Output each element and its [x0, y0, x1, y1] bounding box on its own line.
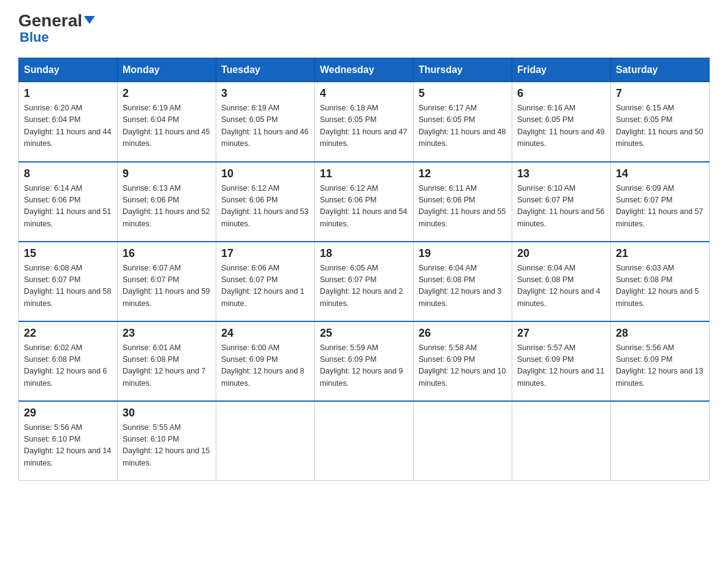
day-cell: 14 Sunrise: 6:09 AMSunset: 6:07 PMDaylig…	[611, 162, 710, 242]
day-info: Sunrise: 6:16 AMSunset: 6:05 PMDaylight:…	[517, 102, 605, 150]
day-cell: 22 Sunrise: 6:02 AMSunset: 6:08 PMDaylig…	[19, 321, 118, 401]
day-cell: 17 Sunrise: 6:06 AMSunset: 6:07 PMDaylig…	[216, 242, 315, 321]
day-info: Sunrise: 6:15 AMSunset: 6:05 PMDaylight:…	[616, 102, 704, 150]
calendar-body: 1 Sunrise: 6:20 AMSunset: 6:04 PMDayligh…	[19, 82, 710, 481]
day-number: 8	[24, 167, 112, 180]
day-number: 6	[517, 87, 605, 100]
day-number: 26	[419, 327, 507, 340]
day-cell: 2 Sunrise: 6:19 AMSunset: 6:04 PMDayligh…	[118, 82, 216, 162]
day-number: 14	[616, 167, 704, 180]
day-info: Sunrise: 6:17 AMSunset: 6:05 PMDaylight:…	[419, 102, 507, 150]
day-number: 29	[24, 407, 112, 419]
day-cell: 19 Sunrise: 6:04 AMSunset: 6:08 PMDaylig…	[414, 242, 512, 321]
day-cell: 15 Sunrise: 6:08 AMSunset: 6:07 PMDaylig…	[19, 242, 118, 321]
day-info: Sunrise: 5:59 AMSunset: 6:09 PMDaylight:…	[320, 342, 408, 390]
day-info: Sunrise: 6:05 AMSunset: 6:07 PMDaylight:…	[320, 262, 408, 310]
day-number: 13	[517, 167, 605, 180]
day-cell: 23 Sunrise: 6:01 AMSunset: 6:08 PMDaylig…	[118, 321, 216, 401]
calendar-table: SundayMondayTuesdayWednesdayThursdayFrid…	[18, 58, 710, 481]
day-info: Sunrise: 6:08 AMSunset: 6:07 PMDaylight:…	[24, 262, 112, 310]
day-info: Sunrise: 6:19 AMSunset: 6:04 PMDaylight:…	[123, 102, 211, 150]
day-info: Sunrise: 6:18 AMSunset: 6:05 PMDaylight:…	[320, 102, 408, 150]
day-number: 19	[419, 247, 507, 260]
day-info: Sunrise: 6:03 AMSunset: 6:08 PMDaylight:…	[616, 262, 704, 310]
day-number: 10	[221, 167, 309, 180]
day-info: Sunrise: 5:56 AMSunset: 6:10 PMDaylight:…	[24, 422, 112, 470]
day-number: 16	[123, 247, 211, 260]
page-header: General Blue	[18, 12, 710, 45]
day-number: 27	[517, 327, 605, 340]
day-info: Sunrise: 6:19 AMSunset: 6:05 PMDaylight:…	[221, 102, 309, 150]
day-number: 15	[24, 247, 112, 260]
day-cell: 16 Sunrise: 6:07 AMSunset: 6:07 PMDaylig…	[118, 242, 216, 321]
day-info: Sunrise: 6:00 AMSunset: 6:09 PMDaylight:…	[221, 342, 309, 390]
week-row-4: 22 Sunrise: 6:02 AMSunset: 6:08 PMDaylig…	[19, 321, 710, 401]
day-number: 23	[123, 327, 211, 340]
day-info: Sunrise: 6:13 AMSunset: 6:06 PMDaylight:…	[123, 183, 211, 231]
day-cell: 5 Sunrise: 6:17 AMSunset: 6:05 PMDayligh…	[414, 82, 512, 162]
day-cell: 12 Sunrise: 6:11 AMSunset: 6:06 PMDaylig…	[414, 162, 512, 242]
day-number: 20	[517, 247, 605, 260]
day-info: Sunrise: 5:58 AMSunset: 6:09 PMDaylight:…	[419, 342, 507, 390]
day-info: Sunrise: 6:09 AMSunset: 6:07 PMDaylight:…	[616, 183, 704, 231]
day-info: Sunrise: 6:04 AMSunset: 6:08 PMDaylight:…	[419, 262, 507, 310]
day-info: Sunrise: 6:06 AMSunset: 6:07 PMDaylight:…	[221, 262, 309, 310]
day-cell: 6 Sunrise: 6:16 AMSunset: 6:05 PMDayligh…	[512, 82, 611, 162]
column-header-wednesday: Wednesday	[315, 58, 414, 82]
column-header-friday: Friday	[512, 58, 611, 82]
day-number: 2	[123, 87, 211, 100]
day-cell: 7 Sunrise: 6:15 AMSunset: 6:05 PMDayligh…	[611, 82, 710, 162]
day-info: Sunrise: 6:04 AMSunset: 6:08 PMDaylight:…	[517, 262, 605, 310]
day-cell: 11 Sunrise: 6:12 AMSunset: 6:06 PMDaylig…	[315, 162, 414, 242]
day-cell: 25 Sunrise: 5:59 AMSunset: 6:09 PMDaylig…	[315, 321, 414, 401]
week-row-3: 15 Sunrise: 6:08 AMSunset: 6:07 PMDaylig…	[19, 242, 710, 321]
calendar-header: SundayMondayTuesdayWednesdayThursdayFrid…	[19, 58, 710, 82]
day-cell	[414, 401, 512, 481]
column-header-monday: Monday	[118, 58, 216, 82]
week-row-2: 8 Sunrise: 6:14 AMSunset: 6:06 PMDayligh…	[19, 162, 710, 242]
day-info: Sunrise: 5:55 AMSunset: 6:10 PMDaylight:…	[123, 422, 211, 470]
column-header-sunday: Sunday	[19, 58, 118, 82]
day-cell: 13 Sunrise: 6:10 AMSunset: 6:07 PMDaylig…	[512, 162, 611, 242]
day-info: Sunrise: 6:14 AMSunset: 6:06 PMDaylight:…	[24, 183, 112, 231]
day-number: 24	[221, 327, 309, 340]
day-number: 25	[320, 327, 408, 340]
day-cell	[315, 401, 414, 481]
day-cell: 27 Sunrise: 5:57 AMSunset: 6:09 PMDaylig…	[512, 321, 611, 401]
day-cell: 20 Sunrise: 6:04 AMSunset: 6:08 PMDaylig…	[512, 242, 611, 321]
day-number: 18	[320, 247, 408, 260]
day-info: Sunrise: 5:56 AMSunset: 6:09 PMDaylight:…	[616, 342, 704, 390]
day-cell: 24 Sunrise: 6:00 AMSunset: 6:09 PMDaylig…	[216, 321, 315, 401]
day-cell: 8 Sunrise: 6:14 AMSunset: 6:06 PMDayligh…	[19, 162, 118, 242]
day-info: Sunrise: 6:10 AMSunset: 6:07 PMDaylight:…	[517, 183, 605, 231]
day-number: 28	[616, 327, 704, 340]
day-info: Sunrise: 6:12 AMSunset: 6:06 PMDaylight:…	[320, 183, 408, 231]
logo: General Blue	[18, 12, 95, 45]
day-number: 3	[221, 87, 309, 100]
day-number: 1	[24, 87, 112, 100]
day-number: 7	[616, 87, 704, 100]
week-row-5: 29 Sunrise: 5:56 AMSunset: 6:10 PMDaylig…	[19, 401, 710, 481]
day-cell: 9 Sunrise: 6:13 AMSunset: 6:06 PMDayligh…	[118, 162, 216, 242]
day-cell: 29 Sunrise: 5:56 AMSunset: 6:10 PMDaylig…	[19, 401, 118, 481]
day-cell: 10 Sunrise: 6:12 AMSunset: 6:06 PMDaylig…	[216, 162, 315, 242]
day-number: 12	[419, 167, 507, 180]
column-header-tuesday: Tuesday	[216, 58, 315, 82]
day-cell: 18 Sunrise: 6:05 AMSunset: 6:07 PMDaylig…	[315, 242, 414, 321]
day-info: Sunrise: 5:57 AMSunset: 6:09 PMDaylight:…	[517, 342, 605, 390]
day-number: 17	[221, 247, 309, 260]
day-cell: 21 Sunrise: 6:03 AMSunset: 6:08 PMDaylig…	[611, 242, 710, 321]
day-number: 5	[419, 87, 507, 100]
day-cell	[512, 401, 611, 481]
day-cell	[611, 401, 710, 481]
day-cell: 26 Sunrise: 5:58 AMSunset: 6:09 PMDaylig…	[414, 321, 512, 401]
header-row: SundayMondayTuesdayWednesdayThursdayFrid…	[19, 58, 710, 82]
day-number: 4	[320, 87, 408, 100]
day-cell	[216, 401, 315, 481]
column-header-thursday: Thursday	[414, 58, 512, 82]
day-number: 9	[123, 167, 211, 180]
day-info: Sunrise: 6:11 AMSunset: 6:06 PMDaylight:…	[419, 183, 507, 231]
day-info: Sunrise: 6:20 AMSunset: 6:04 PMDaylight:…	[24, 102, 112, 150]
day-info: Sunrise: 6:07 AMSunset: 6:07 PMDaylight:…	[123, 262, 211, 310]
day-cell: 30 Sunrise: 5:55 AMSunset: 6:10 PMDaylig…	[118, 401, 216, 481]
